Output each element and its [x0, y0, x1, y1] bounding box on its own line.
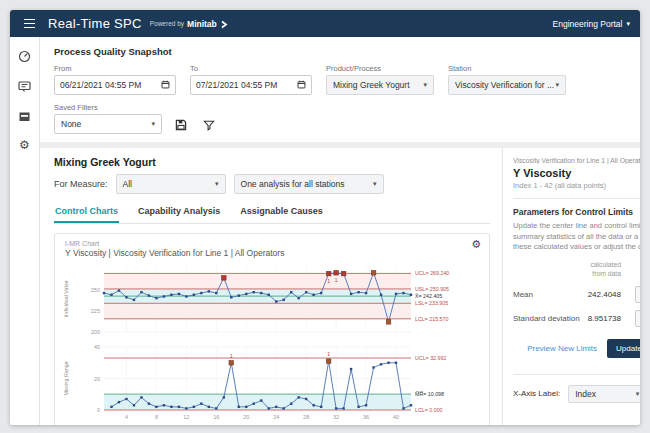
- app-title: Real-Time SPC: [48, 16, 142, 31]
- to-date-value: 07/21/2021 04:55 PM: [196, 80, 277, 90]
- chevron-down-icon: ▾: [151, 120, 155, 128]
- menu-icon[interactable]: [20, 16, 38, 32]
- xaxis-label: X-Axis Label:: [513, 389, 560, 398]
- powered-by-label: Powered by: [150, 20, 184, 27]
- chart-settings-gear-icon[interactable]: ⚙: [471, 239, 481, 250]
- calendar-icon[interactable]: [297, 80, 306, 91]
- svg-text:1: 1: [327, 351, 330, 357]
- station-select[interactable]: Viscosity Verification for ... ▾: [448, 75, 566, 95]
- update-control-limits-button[interactable]: Update Control Limits: [607, 339, 640, 358]
- calendar-icon[interactable]: [161, 80, 170, 91]
- feedback-monitor-icon[interactable]: [18, 79, 32, 93]
- xaxis-label-row: X-Axis Label: Index ▾: [513, 385, 640, 403]
- saved-filters-label: Saved Filters: [54, 103, 162, 112]
- to-label: To: [190, 64, 312, 73]
- svg-text:16: 16: [213, 414, 219, 420]
- minitab-logo-icon: [220, 15, 228, 33]
- preview-new-limits-link[interactable]: Preview New Limits: [527, 344, 597, 353]
- settings-gear-icon[interactable]: ⚙: [18, 139, 32, 153]
- stdev-calculated-value: 8.951738: [583, 314, 621, 323]
- panel-context: Viscosity Verification for Line 1 | All …: [513, 157, 640, 164]
- snapshot-heading: Process Quality Snapshot: [54, 46, 626, 57]
- svg-text:Sample: Sample: [248, 424, 267, 425]
- filter-funnel-icon[interactable]: [200, 116, 218, 134]
- stdev-input[interactable]: [635, 310, 640, 327]
- saved-filters-select[interactable]: None ▾: [54, 114, 162, 134]
- svg-text:UCL= 269.240: UCL= 269.240: [415, 270, 449, 276]
- mean-input[interactable]: [635, 286, 640, 303]
- saved-filters-field: Saved Filters None ▾: [54, 103, 162, 134]
- svg-text:LCL= 215.570: LCL= 215.570: [415, 316, 448, 322]
- from-date-input[interactable]: 06/21/2021 04:55 PM: [54, 75, 176, 95]
- svg-text:40: 40: [94, 344, 100, 350]
- svg-text:LSL= 233.905: LSL= 233.905: [415, 300, 448, 306]
- for-measure-label: For Measure:: [54, 179, 108, 189]
- imr-chart-card: I-MR Chart Y Viscosity | Viscosity Verif…: [54, 233, 490, 425]
- dashboard-gauge-icon[interactable]: [18, 49, 32, 63]
- svg-text:24: 24: [273, 414, 279, 420]
- station-label: Station: [448, 64, 566, 73]
- product-process-select[interactable]: Mixing Greek Yogurt ▾: [326, 75, 434, 95]
- minitab-brand: Minitab: [187, 19, 217, 29]
- svg-text:20: 20: [94, 376, 100, 382]
- chevron-down-icon: ▾: [636, 390, 640, 398]
- station-field: Station Viscosity Verification for ... ▾: [448, 64, 566, 95]
- chart-type-label: I-MR Chart: [65, 240, 489, 247]
- svg-text:1: 1: [335, 277, 338, 283]
- from-date-value: 06/21/2021 04:55 PM: [60, 80, 141, 90]
- analysis-mode-value: One analysis for all stations: [241, 179, 345, 189]
- measure-value: All: [123, 179, 132, 189]
- svg-text:4: 4: [125, 414, 128, 420]
- process-quality-snapshot-card: Process Quality Snapshot From 06/21/2021…: [40, 37, 640, 142]
- svg-text:USL= 250.905: USL= 250.905: [415, 286, 449, 292]
- tab-capability-analysis[interactable]: Capability Analysis: [137, 202, 221, 223]
- chart-title: Y Viscosity | Viscosity Verification for…: [65, 248, 489, 258]
- saved-filters-value: None: [61, 119, 81, 129]
- chevron-down-icon: ▾: [626, 20, 630, 28]
- station-value: Viscosity Verification for ...: [455, 80, 554, 90]
- chevron-down-icon: ▾: [373, 180, 377, 188]
- product-process-field: Product/Process Mixing Greek Yogurt ▾: [326, 64, 434, 95]
- svg-text:20: 20: [243, 414, 249, 420]
- svg-text:12: 12: [183, 414, 189, 420]
- data-archive-icon[interactable]: [18, 109, 32, 123]
- params-description: Update the center line and control limit…: [513, 221, 640, 253]
- svg-text:0: 0: [97, 407, 100, 413]
- analysis-tabs: Control Charts Capability Analysis Assig…: [54, 202, 490, 224]
- to-field: To 07/21/2021 04:55 PM: [190, 64, 312, 95]
- svg-text:LCL= 0.000: LCL= 0.000: [415, 407, 443, 413]
- mean-label: Mean: [513, 290, 583, 299]
- svg-text:M̅R̅= 10.098: M̅R̅= 10.098: [415, 391, 444, 397]
- svg-text:X̄= 242.405: X̄= 242.405: [415, 293, 442, 299]
- mean-calculated-value: 242.4048: [583, 290, 621, 299]
- chevron-down-icon: ▾: [215, 180, 219, 188]
- to-date-input[interactable]: 07/21/2021 04:55 PM: [190, 75, 312, 95]
- xaxis-value: Index: [575, 389, 596, 399]
- tab-assignable-causes[interactable]: Assignable Causes: [239, 202, 324, 223]
- svg-text:1: 1: [230, 353, 233, 359]
- panel-title: Y Viscosity: [513, 167, 640, 179]
- icon-sidebar: ⚙: [10, 37, 40, 425]
- divider: [513, 198, 640, 199]
- portal-menu[interactable]: Engineering Portal ▾: [553, 19, 630, 29]
- product-process-label: Product/Process: [326, 64, 434, 73]
- details-panel: Viscosity Verification for Line 1 | All …: [502, 148, 640, 425]
- i-chart: 200225250UCL= 269.240USL= 250.905X̄= 242…: [59, 260, 489, 338]
- analysis-mode-select[interactable]: One analysis for all stations ▾: [234, 174, 384, 194]
- stdev-row: Standard deviation 8.951738: [513, 310, 640, 327]
- svg-text:36: 36: [363, 414, 369, 420]
- svg-text:250: 250: [91, 287, 100, 293]
- svg-text:32: 32: [333, 414, 339, 420]
- params-heading: Parameters for Control Limits: [513, 207, 640, 217]
- xaxis-select[interactable]: Index ▾: [568, 385, 640, 403]
- product-process-value: Mixing Greek Yogurt: [333, 80, 410, 90]
- mean-row: Mean 242.4048: [513, 286, 640, 303]
- stdev-label: Standard deviation: [513, 314, 583, 323]
- analysis-section: Mixing Greek Yogurt For Measure: All ▾ O…: [40, 148, 502, 425]
- svg-text:225: 225: [91, 308, 100, 314]
- tab-control-charts[interactable]: Control Charts: [54, 202, 119, 223]
- measure-select[interactable]: All ▾: [116, 174, 226, 194]
- save-filter-icon[interactable]: [172, 116, 190, 134]
- portal-label: Engineering Portal: [553, 19, 623, 29]
- svg-text:8: 8: [155, 414, 158, 420]
